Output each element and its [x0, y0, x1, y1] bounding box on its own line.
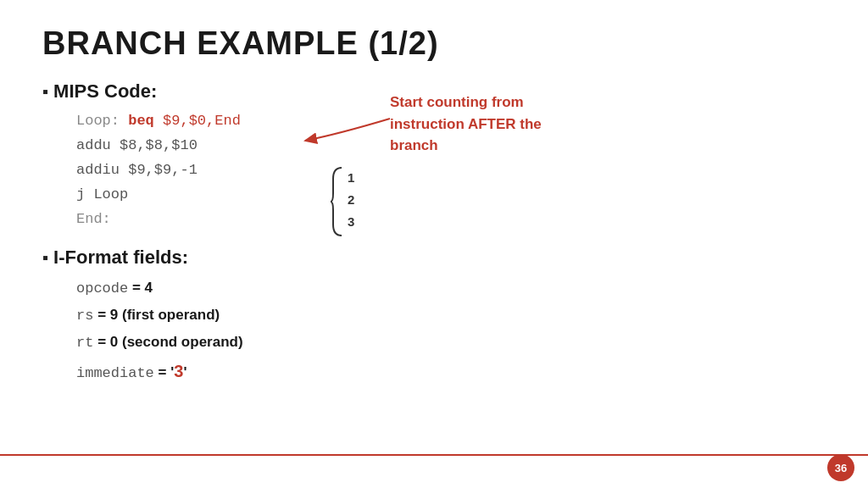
addiu-keyword: addiu: [76, 162, 120, 178]
brace-num-2: 2: [348, 192, 354, 207]
loop-label: Loop:: [76, 113, 120, 129]
opcode-code: opcode: [76, 280, 128, 297]
format-line-opcode: opcode = 4: [76, 275, 826, 302]
rs-eq: = 9 (first operand): [93, 307, 220, 323]
immediate-value: 3: [174, 362, 183, 380]
addu-params: $8,$8,$10: [120, 137, 198, 153]
immediate-code: immediate: [76, 365, 154, 381]
beq-keyword: beq: [128, 113, 154, 129]
annotation-line2: instruction AFTER the: [390, 114, 542, 136]
immediate-close: ': [183, 364, 186, 380]
section2-label: I-Format fields:: [42, 247, 826, 269]
annotation-line3: branch: [390, 135, 542, 157]
beq-params: $9,$0,End: [163, 113, 241, 129]
slide-title: BRANCH EXAMPLE (1/2): [42, 25, 826, 62]
format-line-rs: rs = 9 (first operand): [76, 302, 826, 330]
addiu-params: $9,$9,-1: [128, 162, 198, 178]
opcode-eq: = 4: [128, 280, 153, 296]
code-line5: End:: [76, 208, 826, 232]
slide-number: 36: [827, 454, 854, 481]
curly-brace-container: 1 2 3: [329, 164, 371, 243]
code-line3: addiu $9,$9,-1: [76, 158, 826, 183]
brace-num-1: 1: [348, 170, 354, 185]
format-line-rt: rt = 0 (second operand): [76, 330, 826, 357]
code-line4: j Loop: [76, 183, 826, 208]
annotation-line1: Start counting from: [390, 92, 542, 114]
j-params: Loop: [93, 186, 128, 202]
rt-eq: = 0 (second operand): [93, 334, 242, 350]
slide: BRANCH EXAMPLE (1/2) MIPS Code: Loop: be…: [0, 0, 868, 488]
end-label: End:: [76, 211, 111, 227]
j-keyword: j: [76, 186, 85, 202]
format-section: I-Format fields: opcode = 4 rs = 9 (firs…: [42, 247, 826, 386]
annotation-box: Start counting from instruction AFTER th…: [390, 92, 542, 157]
rs-code: rs: [76, 308, 93, 324]
addu-keyword: addu: [76, 137, 111, 153]
divider-line: [0, 454, 868, 456]
immediate-eq: = ': [154, 364, 174, 380]
format-line-immediate: immediate = '3': [76, 356, 826, 387]
brace-num-3: 3: [348, 214, 354, 229]
rt-code: rt: [76, 335, 93, 351]
